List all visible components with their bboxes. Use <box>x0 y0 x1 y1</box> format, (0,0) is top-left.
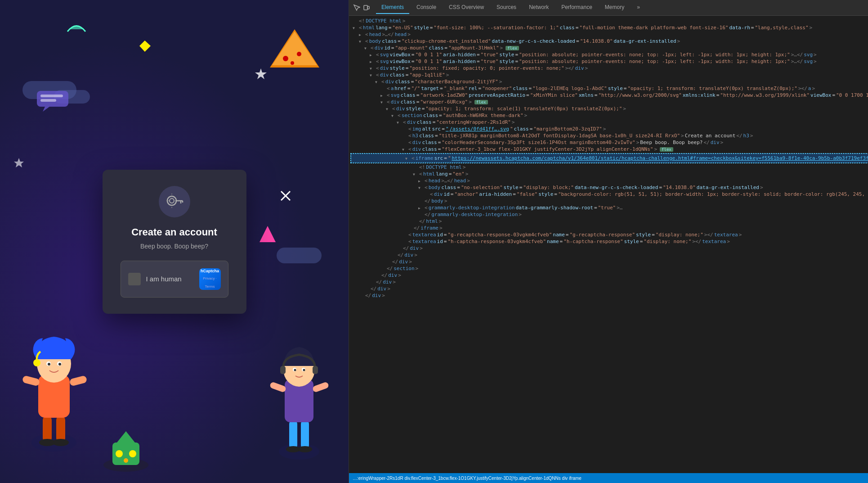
close-div-7[interactable]: </div> <box>349 292 868 299</box>
inner-head[interactable]: <head>…</head> <box>349 177 868 184</box>
tab-console[interactable]: Console <box>411 1 442 14</box>
status-bar: …:eringWrapper-2Rs1dR div.flexCenter-3_1… <box>349 473 868 483</box>
char-bg-div[interactable]: <div class="characterBackground-2itjYF"> <box>349 78 868 85</box>
anchor-tag[interactable]: <a href="/" target="_blank" rel="noopene… <box>349 85 868 92</box>
close-div-2[interactable]: </div> <box>349 252 868 258</box>
close-div-5[interactable]: </div> <box>349 279 868 285</box>
key-icon <box>166 193 183 211</box>
doctype-line[interactable]: <!DOCTYPE html> <box>349 18 868 24</box>
textarea-1[interactable]: <textarea id="g-recaptcha-response-03vgk… <box>349 231 868 238</box>
inner-html-close[interactable]: </html> <box>349 218 868 225</box>
color-header-div[interactable]: <div class="colorHeaderSecondary-3Sp3Ft … <box>349 139 868 146</box>
modal-title: Create an account <box>121 226 228 238</box>
tab-css-overview[interactable]: CSS Overview <box>443 1 489 14</box>
inner-doctype[interactable]: <!DOCTYPE html> <box>349 164 868 171</box>
svg-line-2[interactable]: <svg viewBox="0 0 1 1" aria-hidden="true… <box>349 58 868 65</box>
inner-body-close[interactable]: </body> <box>349 198 868 204</box>
devtools-toolbar: Elements Console CSS Overview Sources Ne… <box>349 0 868 16</box>
create-account-modal: Create an account Beep boop. Boop beep? … <box>103 170 246 314</box>
flex-center-div[interactable]: <div class="flexCenter-3_1bcw flex-1O1GK… <box>349 146 868 153</box>
close-div-4[interactable]: </div> <box>349 272 868 279</box>
elements-panel[interactable]: <!DOCTYPE html> <html lang="en-US" style… <box>349 16 868 473</box>
body-tag[interactable]: <body class="clickup-chrome-ext_installe… <box>349 38 868 45</box>
tab-elements[interactable]: Elements <box>376 1 409 14</box>
centering-wrapper[interactable]: <div class="centeringWrapper-2Rs1dR"> <box>349 119 868 126</box>
modal-icon <box>159 186 190 217</box>
h3-tag[interactable]: <h3 class="title-jXR81p marginBottom8-At… <box>349 132 868 139</box>
tab-more[interactable]: » <box>631 1 645 14</box>
close-div-3[interactable]: </div> <box>349 258 868 265</box>
artwork-svg[interactable]: <svg class="artwork-1adZW0" preserveAspe… <box>349 92 868 99</box>
tab-sources[interactable]: Sources <box>491 1 522 14</box>
hcaptcha-text: hCaptcha Privacy · Terms <box>199 269 221 289</box>
iframe-close[interactable]: </iframe> <box>349 225 868 231</box>
svg-line-1[interactable]: <svg viewBox="0 0 1 1" aria-hidden="true… <box>349 51 868 58</box>
status-breadcrumb: …:eringWrapper-2Rs1dR div.flexCenter-3_1… <box>353 476 582 481</box>
svg-rect-58 <box>364 5 367 10</box>
tab-network[interactable]: Network <box>523 1 554 14</box>
device-toggle-icon[interactable] <box>362 4 371 12</box>
textarea-2[interactable]: <textarea id="h-captcha-response-03vgkm4… <box>349 238 868 245</box>
hcaptcha-brand: hCaptcha <box>199 269 221 273</box>
modal-subtitle: Beep boop. Boop beep? <box>121 243 228 250</box>
fixed-div[interactable]: <div style="position: fixed; opacity: 0;… <box>349 65 868 72</box>
opacity-div[interactable]: <div style="opacity: 1; transform: scale… <box>349 105 868 112</box>
grammarly-close[interactable]: </grammarly-desktop-integration> <box>349 211 868 218</box>
close-div-1[interactable]: </div> <box>349 245 868 252</box>
inspect-icon[interactable] <box>353 4 361 12</box>
devtools-nav-icons <box>353 4 371 12</box>
anchor-div[interactable]: <div id="anchor" aria-hidden="false" sty… <box>349 191 868 198</box>
auth-section[interactable]: <section class="authBox-hW6HRx theme-dar… <box>349 112 868 119</box>
app-div[interactable]: <div class="app-1q1liE"> <box>349 72 868 78</box>
devtools-panel: Elements Console CSS Overview Sources Ne… <box>349 0 868 483</box>
app-mount-div[interactable]: <div id="app-mount" class="appMount-3lHm… <box>349 45 868 51</box>
hcaptcha-logo: hCaptcha Privacy · Terms <box>199 268 221 290</box>
captcha-checkbox[interactable] <box>128 273 141 285</box>
devtools-main-content: <!DOCTYPE html> <html lang="en-US" style… <box>349 16 868 473</box>
svg-point-51 <box>170 199 174 203</box>
iframe-tag[interactable]: <iframe src="https://newassets.hcaptcha.… <box>351 153 868 163</box>
website-panel: Create an account Beep boop. Boop beep? … <box>0 0 349 483</box>
hcaptcha-links: Privacy · Terms <box>203 276 217 289</box>
svg-rect-59 <box>367 6 369 9</box>
html-tag[interactable]: <html lang="en-US" style="font-size: 100… <box>349 24 868 31</box>
cloud-decoration <box>277 248 322 263</box>
close-section[interactable]: </section> <box>349 265 868 272</box>
inner-body[interactable]: <body class="no-selection" style="displa… <box>349 184 868 191</box>
tab-memory[interactable]: Memory <box>600 1 630 14</box>
inner-html[interactable]: <html lang="en"> <box>349 171 868 177</box>
head-tag[interactable]: <head>…</head> <box>349 31 868 38</box>
img-tag[interactable]: <img alt src="/assets/0fd41ff….svg" clas… <box>349 126 868 132</box>
wrapper-div[interactable]: <div class="wrapper-6URcxg"> flex <box>349 99 868 105</box>
captcha-label: I am human <box>146 275 199 283</box>
grammarly-tag[interactable]: <grammarly-desktop-integration data-gram… <box>349 204 868 211</box>
tab-performance[interactable]: Performance <box>556 1 598 14</box>
cloud-decoration <box>54 90 90 104</box>
captcha-widget[interactable]: I am human hCaptcha Privacy · Terms <box>121 261 228 298</box>
close-div-6[interactable]: </div> <box>349 285 868 292</box>
